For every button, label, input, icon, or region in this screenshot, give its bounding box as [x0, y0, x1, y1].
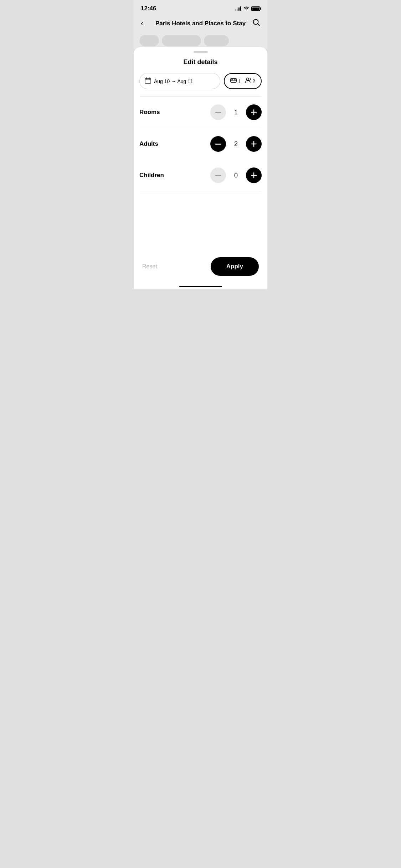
rooms-counter-row: Rooms 1 — [139, 97, 262, 128]
sheet-title: Edit details — [134, 54, 267, 73]
svg-rect-2 — [145, 78, 151, 83]
home-indicator — [134, 283, 267, 289]
adults-label: Adults — [139, 140, 158, 148]
rooms-indicator: 1 — [230, 78, 241, 84]
filter-chip — [162, 35, 201, 46]
apply-button[interactable]: Apply — [211, 257, 259, 276]
bed-icon — [230, 78, 237, 84]
adults-controls: 2 — [210, 136, 262, 152]
svg-rect-6 — [231, 80, 236, 82]
status-icons — [235, 6, 260, 11]
status-time: 12:46 — [141, 5, 156, 12]
spacer — [134, 191, 267, 252]
rooms-label: Rooms — [139, 109, 160, 116]
drag-handle-container — [134, 47, 267, 54]
children-decrease-button[interactable] — [210, 167, 226, 183]
filter-chip — [139, 35, 159, 46]
adults-indicator: 2 — [245, 77, 255, 85]
rooms-value: 1 — [232, 109, 240, 116]
rooms-section: Rooms 1 — [134, 97, 267, 128]
svg-rect-7 — [231, 79, 233, 81]
children-increase-button[interactable] — [246, 167, 262, 183]
drag-handle — [194, 51, 208, 53]
rooms-decrease-button[interactable] — [210, 104, 226, 120]
children-label: Children — [139, 172, 164, 179]
date-range-text: Aug 10 → Aug 11 — [154, 78, 193, 84]
rooms-controls: 1 — [210, 104, 262, 120]
svg-line-1 — [258, 24, 260, 26]
guests-section: Adults 2 Children 0 — [134, 128, 267, 191]
filter-chips-area — [134, 32, 267, 49]
adults-increase-button[interactable] — [246, 136, 262, 152]
adults-count: 2 — [252, 78, 255, 84]
date-selector[interactable]: Aug 10 → Aug 11 — [139, 73, 220, 89]
bottom-actions: Reset Apply — [134, 252, 267, 283]
wifi-icon — [243, 6, 249, 11]
children-value: 0 — [232, 172, 240, 179]
guests-selector[interactable]: 1 2 — [224, 73, 262, 89]
filter-chip — [204, 35, 229, 46]
calendar-icon — [145, 77, 151, 85]
adults-value: 2 — [232, 140, 240, 148]
battery-icon — [251, 6, 260, 11]
person-icon — [245, 77, 251, 85]
adults-counter-row: Adults 2 — [139, 128, 262, 160]
search-button[interactable] — [250, 19, 260, 29]
rooms-increase-button[interactable] — [246, 104, 262, 120]
svg-rect-8 — [234, 79, 236, 81]
reset-button[interactable]: Reset — [142, 263, 157, 270]
signal-icon — [235, 6, 241, 11]
home-bar — [179, 286, 222, 287]
rooms-count: 1 — [238, 78, 241, 84]
back-button[interactable]: ‹ — [141, 19, 151, 28]
nav-header: ‹ Paris Hotels and Places to Stay — [134, 15, 267, 32]
adults-decrease-button[interactable] — [210, 136, 226, 152]
edit-details-sheet: Edit details Aug 10 → Aug 11 — [134, 47, 267, 289]
children-counter-row: Children 0 — [139, 160, 262, 191]
children-controls: 0 — [210, 167, 262, 183]
status-bar: 12:46 — [134, 0, 267, 15]
selectors-row: Aug 10 → Aug 11 1 — [134, 73, 267, 96]
page-title: Paris Hotels and Places to Stay — [151, 20, 250, 27]
